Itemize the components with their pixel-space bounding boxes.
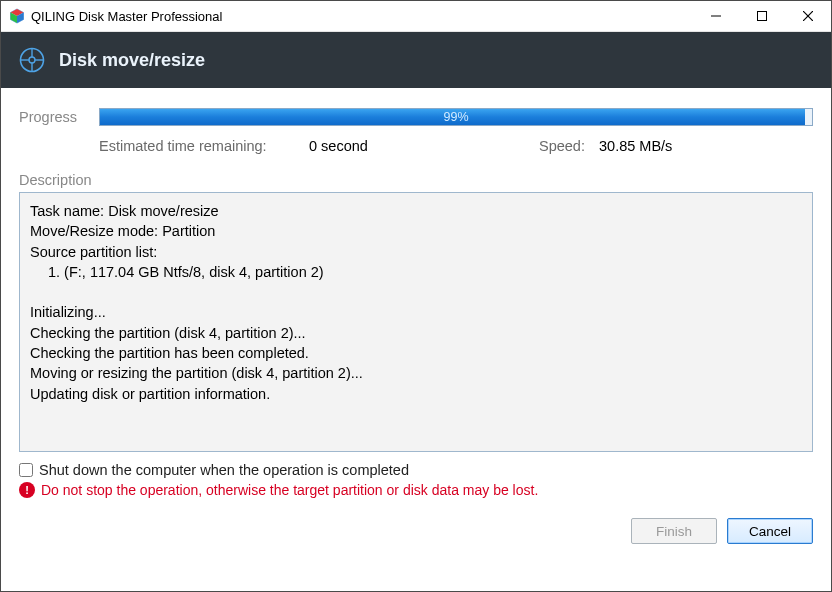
desc-line: Updating disk or partition information. — [30, 384, 802, 404]
button-row: Finish Cancel — [19, 518, 813, 544]
etr-value: 0 second — [309, 138, 539, 154]
titlebar: QILING Disk Master Professional — [1, 1, 831, 32]
speed-value: 30.85 MB/s — [599, 138, 672, 154]
desc-line: Initializing... — [30, 302, 802, 322]
cancel-button[interactable]: Cancel — [727, 518, 813, 544]
desc-line: Checking the partition has been complete… — [30, 343, 802, 363]
page-title: Disk move/resize — [59, 50, 205, 71]
description-box[interactable]: Task name: Disk move/resize Move/Resize … — [19, 192, 813, 452]
progress-percent-text: 99% — [100, 109, 812, 125]
svg-rect-5 — [758, 12, 767, 21]
etr-label: Estimated time remaining: — [99, 138, 309, 154]
close-button[interactable] — [785, 1, 831, 31]
app-icon — [9, 8, 25, 24]
desc-blank — [30, 282, 802, 302]
desc-line: 1. (F:, 117.04 GB Ntfs/8, disk 4, partit… — [30, 262, 802, 282]
desc-line: Task name: Disk move/resize — [30, 201, 802, 221]
desc-line: Move/Resize mode: Partition — [30, 221, 802, 241]
disk-resize-icon — [17, 45, 47, 75]
app-window: QILING Disk Master Professional — [0, 0, 832, 592]
shutdown-label: Shut down the computer when the operatio… — [39, 462, 409, 478]
desc-line: Moving or resizing the partition (disk 4… — [30, 363, 802, 383]
window-controls — [693, 1, 831, 31]
maximize-button[interactable] — [739, 1, 785, 31]
content-area: Progress 99% Estimated time remaining: 0… — [1, 88, 831, 591]
description-label: Description — [19, 172, 813, 188]
warning-text: Do not stop the operation, otherwise the… — [41, 482, 538, 498]
svg-point-9 — [29, 57, 35, 63]
header-band: Disk move/resize — [1, 32, 831, 88]
desc-line: Source partition list: — [30, 242, 802, 262]
progress-bar: 99% — [99, 108, 813, 126]
desc-line: Checking the partition (disk 4, partitio… — [30, 323, 802, 343]
progress-label: Progress — [19, 109, 83, 125]
warning-icon: ! — [19, 482, 35, 498]
finish-button[interactable]: Finish — [631, 518, 717, 544]
minimize-button[interactable] — [693, 1, 739, 31]
shutdown-checkbox-row[interactable]: Shut down the computer when the operatio… — [19, 462, 813, 478]
progress-row: Progress 99% — [19, 108, 813, 126]
shutdown-checkbox[interactable] — [19, 463, 33, 477]
speed-label: Speed: — [539, 138, 599, 154]
progress-info-row: Estimated time remaining: 0 second Speed… — [99, 138, 813, 154]
window-title: QILING Disk Master Professional — [31, 9, 693, 24]
warning-row: ! Do not stop the operation, otherwise t… — [19, 482, 813, 498]
